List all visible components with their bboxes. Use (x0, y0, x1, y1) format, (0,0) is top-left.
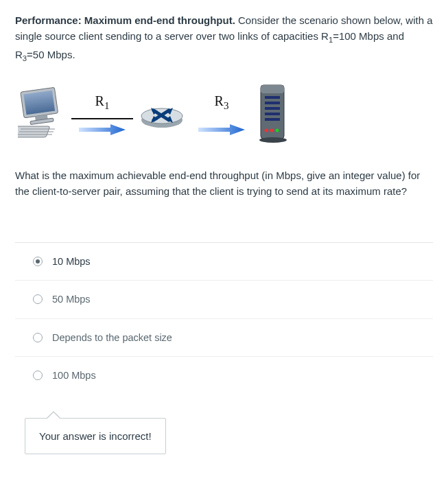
svg-point-27 (276, 129, 279, 132)
feedback-container: Your answer is incorrect! (15, 418, 433, 454)
question-desc-part3: =50 Mbps. (27, 49, 75, 60)
r3-label: R3 (215, 91, 229, 114)
router-icon (137, 97, 187, 130)
answer-option-1[interactable]: 50 Mbps (15, 281, 433, 318)
answer-list: 10 Mbps 50 Mbps Depends to the packet si… (15, 242, 433, 395)
feedback-text: Your answer is incorrect! (39, 430, 152, 442)
answer-label: 100 Mbps (52, 368, 96, 383)
link-line-1 (71, 118, 133, 119)
svg-point-28 (259, 137, 287, 143)
svg-rect-22 (265, 107, 280, 110)
radio-icon (33, 257, 43, 266)
r1-label: R1 (95, 91, 110, 114)
question-title: Performance: Maximum end-end throughput. (15, 14, 235, 26)
question-followup: What is the maximum achievable end-end t… (15, 167, 433, 200)
answer-option-3[interactable]: 100 Mbps (15, 357, 433, 394)
answer-option-2[interactable]: Depends to the packet size (15, 319, 433, 357)
svg-rect-21 (265, 102, 280, 104)
arrow-right-icon (78, 124, 127, 136)
svg-rect-24 (265, 118, 280, 121)
svg-rect-1 (23, 91, 55, 115)
spacer (191, 118, 252, 119)
radio-icon (33, 294, 43, 304)
svg-marker-17 (198, 124, 245, 135)
svg-marker-8 (79, 124, 126, 135)
svg-point-25 (265, 129, 268, 132)
svg-point-26 (270, 129, 274, 132)
answer-option-0[interactable]: 10 Mbps (15, 243, 433, 281)
answer-label: Depends to the packet size (52, 330, 172, 345)
network-diagram: R1 R3 (15, 84, 433, 143)
radio-icon (33, 333, 43, 342)
radio-icon (33, 371, 43, 380)
server-icon (257, 84, 290, 143)
svg-rect-20 (265, 96, 280, 99)
answer-label: 50 Mbps (52, 292, 91, 307)
feedback-bubble: Your answer is incorrect! (25, 418, 166, 454)
arrow-right-icon (197, 124, 246, 136)
svg-rect-23 (265, 113, 280, 115)
svg-rect-19 (261, 85, 284, 93)
answer-label: 10 Mbps (52, 254, 91, 269)
question-prompt: Performance: Maximum end-end throughput.… (15, 12, 433, 65)
link-r3: R3 (191, 91, 252, 136)
link-r1: R1 (71, 91, 133, 136)
client-computer-icon (18, 86, 67, 140)
